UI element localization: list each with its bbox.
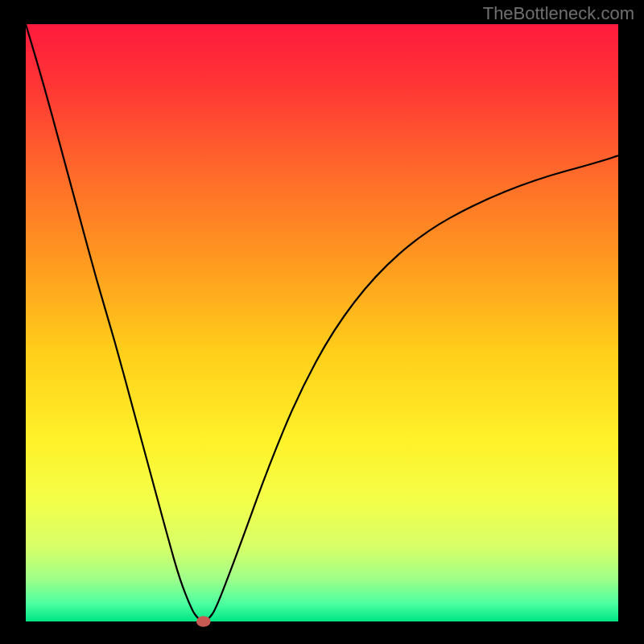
minimum-marker [196, 616, 211, 626]
plot-background [26, 24, 618, 621]
bottleneck-chart [0, 0, 644, 644]
chart-frame: TheBottleneck.com [0, 0, 644, 644]
watermark-text: TheBottleneck.com [483, 3, 634, 24]
